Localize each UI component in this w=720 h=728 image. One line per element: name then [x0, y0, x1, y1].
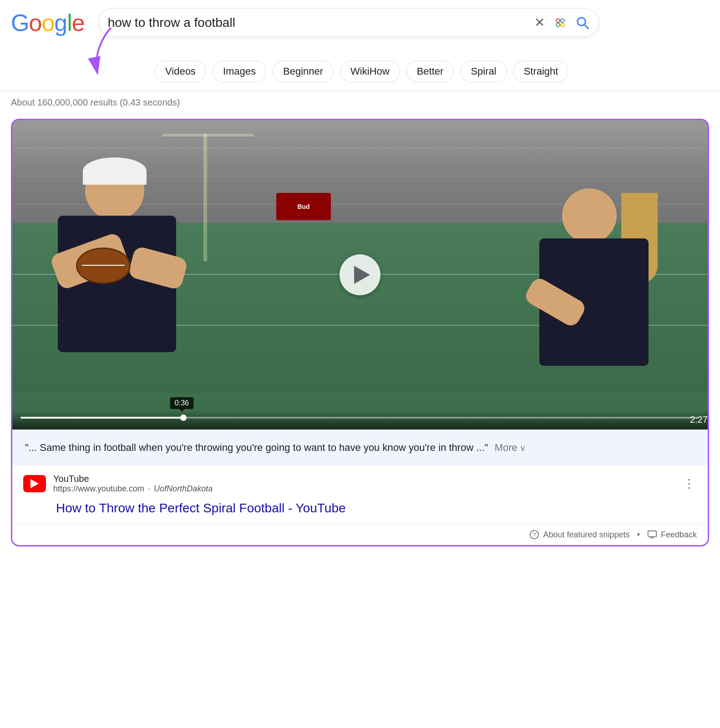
- svg-point-1: [561, 19, 564, 22]
- goal-post-pole: [203, 134, 207, 261]
- play-triangle-icon: [354, 266, 370, 284]
- result-title-link[interactable]: How to Throw the Perfect Spiral Football…: [12, 497, 708, 524]
- more-label: More: [495, 442, 517, 453]
- progress-thumb[interactable]: 0:36: [180, 415, 187, 421]
- video-duration: 2:27: [690, 415, 708, 425]
- person-right-head: [562, 188, 617, 243]
- about-snippets-button[interactable]: ? About featured snippets: [529, 530, 629, 540]
- person-left: [49, 161, 194, 398]
- google-lens-icon[interactable]: [553, 15, 568, 30]
- source-channel[interactable]: UofNorthDakota: [154, 484, 213, 494]
- clear-search-icon[interactable]: ✕: [534, 15, 545, 30]
- logo-g: G: [11, 9, 29, 36]
- logo-o1: o: [29, 9, 41, 36]
- youtube-logo[interactable]: [23, 475, 46, 492]
- feedback-icon: [647, 530, 657, 540]
- search-bar[interactable]: how to throw a football ✕: [98, 8, 599, 37]
- football-lace: [82, 265, 125, 266]
- source-url-text[interactable]: https://www.youtube.com: [53, 484, 144, 494]
- person-right: [535, 188, 662, 398]
- svg-rect-9: [648, 531, 656, 537]
- logo-o2: o: [41, 9, 54, 36]
- purple-arrow-svg: [70, 23, 161, 82]
- play-button[interactable]: [340, 254, 380, 295]
- sponsor-text: Bud: [297, 203, 309, 210]
- source-url-row: https://www.youtube.com · UofNorthDakota: [53, 484, 674, 494]
- chevron-down-icon: ∨: [517, 444, 526, 453]
- sponsor-banner: Bud: [276, 193, 331, 220]
- video-controls: 0:36 2:27: [12, 410, 708, 430]
- logo-g2: g: [54, 9, 67, 36]
- svg-point-2: [556, 23, 560, 26]
- bleacher-line-1: [12, 148, 708, 149]
- feedback-button[interactable]: Feedback: [647, 530, 697, 540]
- football: [76, 248, 131, 284]
- snippet-footer: ? About featured snippets • Feedback: [12, 524, 708, 545]
- progress-fill: [20, 417, 183, 419]
- search-bar-icons: ✕: [534, 15, 589, 30]
- search-submit-icon[interactable]: [576, 16, 589, 30]
- transcript-text: "... Same thing in football when you're …: [25, 442, 488, 453]
- about-snippets-label: About featured snippets: [543, 530, 629, 540]
- svg-text:?: ?: [533, 531, 536, 538]
- source-options-icon[interactable]: ⋮: [681, 475, 697, 493]
- search-query-text: how to throw a football: [108, 15, 527, 30]
- more-link[interactable]: More ∨: [495, 442, 526, 453]
- time-tooltip: 0:36: [170, 397, 193, 409]
- featured-snippet: Bud 0:36 2:27 "... Same thing in footbal…: [11, 119, 709, 546]
- svg-point-3: [561, 23, 564, 26]
- source-info: YouTube https://www.youtube.com · UofNor…: [53, 474, 674, 494]
- video-player[interactable]: Bud 0:36 2:27: [12, 120, 708, 430]
- help-circle-icon: ?: [529, 530, 539, 540]
- youtube-play-icon: [30, 479, 39, 488]
- footer-bullet: •: [637, 530, 640, 540]
- progress-bar[interactable]: 0:36: [20, 417, 700, 419]
- svg-point-0: [556, 19, 560, 22]
- feedback-label: Feedback: [661, 530, 697, 540]
- transcript-box: "... Same thing in football when you're …: [12, 430, 708, 465]
- source-row: YouTube https://www.youtube.com · UofNor…: [12, 465, 708, 497]
- svg-line-5: [584, 24, 588, 28]
- person-left-cap: [83, 157, 147, 185]
- url-separator: ·: [148, 484, 150, 494]
- arrow-annotation: [11, 37, 720, 96]
- source-platform-name: YouTube: [53, 474, 674, 484]
- goal-post-crossbar: [162, 134, 254, 136]
